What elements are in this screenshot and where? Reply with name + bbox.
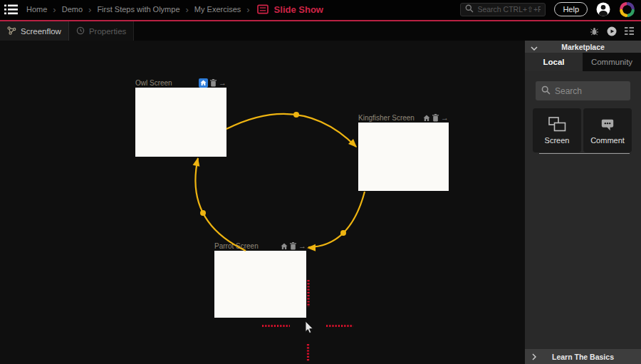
marketplace-title: Marketplace: [525, 43, 641, 51]
top-bar: Home › Demo › First Steps with Olympe › …: [0, 0, 641, 21]
tabbar-tools: [590, 21, 641, 41]
search-icon: [541, 85, 551, 98]
learn-basics-label: Learn The Basics: [525, 353, 641, 361]
screen-node-kingfisher[interactable]: Kingfisher Screen →: [358, 113, 449, 191]
breadcrumb-demo[interactable]: Demo: [62, 5, 83, 14]
global-search-input[interactable]: [477, 5, 541, 14]
tab-properties-label: Properties: [89, 27, 126, 36]
properties-clock-icon: [76, 26, 85, 36]
tab-community[interactable]: Community: [583, 53, 641, 71]
open-screen-arrow-icon[interactable]: →: [298, 242, 306, 250]
marketplace-items: Screen Comment: [525, 108, 641, 152]
node-header: Kingfisher Screen →: [358, 113, 449, 123]
breadcrumb-separator: ›: [53, 4, 56, 15]
editor-tab-bar: Screenflow Properties: [0, 21, 641, 41]
screen-node-owl[interactable]: Owl Screen →: [135, 78, 226, 157]
marketplace-tabs: Local Community: [525, 53, 641, 71]
user-avatar[interactable]: [596, 2, 610, 16]
learn-basics-bar[interactable]: Learn The Basics: [525, 349, 641, 364]
topbar-right-group: Help: [460, 1, 635, 18]
breadcrumb-separator: ›: [88, 4, 91, 15]
marketplace-search-box[interactable]: [536, 81, 630, 100]
panel-divider: [539, 153, 630, 154]
screen-node-box[interactable]: [358, 123, 449, 191]
item-label: Comment: [590, 136, 625, 145]
marketplace-item-screen[interactable]: Screen: [533, 108, 581, 152]
node-label: Kingfisher Screen: [358, 114, 423, 122]
slideshow-project-icon: [257, 4, 269, 14]
node-label: Parrot Screen: [214, 242, 281, 250]
tab-screenflow[interactable]: Screenflow: [0, 21, 69, 41]
page-title: Slide Show: [274, 4, 323, 15]
grid-list-icon[interactable]: [625, 27, 634, 35]
breadcrumb: Home › Demo › First Steps with Olympe › …: [26, 4, 323, 15]
delete-trash-icon[interactable]: [432, 114, 439, 122]
breadcrumb-separator: ›: [246, 4, 249, 15]
breadcrumb-home[interactable]: Home: [26, 5, 47, 14]
node-actions: →: [281, 242, 306, 250]
breadcrumb-first-steps[interactable]: First Steps with Olympe: [97, 5, 179, 14]
screen-node-parrot[interactable]: Parrot Screen →: [214, 241, 306, 318]
marketplace-item-comment[interactable]: Comment: [583, 108, 632, 152]
marketplace-header[interactable]: Marketplace: [525, 41, 641, 53]
breadcrumb-my-exercises[interactable]: My Exercises: [194, 5, 241, 14]
home-screen-icon[interactable]: [281, 243, 288, 250]
screen-node-box[interactable]: [135, 88, 226, 157]
breadcrumb-separator: ›: [186, 4, 189, 15]
home-screen-icon[interactable]: [423, 115, 430, 122]
node-header: Parrot Screen →: [214, 241, 306, 251]
node-header: Owl Screen →: [135, 78, 226, 88]
delete-trash-icon[interactable]: [290, 242, 296, 250]
marketplace-search-input[interactable]: [555, 86, 625, 96]
main-menu-icon[interactable]: [4, 4, 18, 15]
node-label: Owl Screen: [135, 79, 199, 87]
screen-rects-icon: [548, 116, 567, 133]
marketplace-panel: Marketplace Local Community Screen: [525, 41, 641, 364]
search-icon: [465, 3, 474, 16]
olympe-logo-icon[interactable]: [619, 1, 635, 18]
global-search-box[interactable]: [460, 3, 546, 16]
tab-screenflow-label: Screenflow: [21, 27, 61, 36]
comment-bubble-icon: [600, 116, 615, 133]
item-label: Screen: [545, 136, 570, 145]
open-screen-arrow-icon[interactable]: →: [219, 79, 226, 87]
help-button[interactable]: Help: [554, 2, 588, 16]
open-screen-arrow-icon[interactable]: →: [441, 114, 449, 122]
node-actions: →: [423, 114, 449, 122]
screen-node-box[interactable]: [214, 251, 306, 318]
tab-properties[interactable]: Properties: [69, 21, 134, 41]
tab-local[interactable]: Local: [525, 53, 583, 71]
run-play-icon[interactable]: [607, 26, 617, 36]
debug-bug-icon[interactable]: [590, 26, 599, 36]
delete-trash-icon[interactable]: [210, 79, 217, 87]
node-actions: →: [199, 78, 226, 88]
screenflow-icon: [7, 26, 16, 36]
home-screen-icon[interactable]: [199, 78, 208, 88]
